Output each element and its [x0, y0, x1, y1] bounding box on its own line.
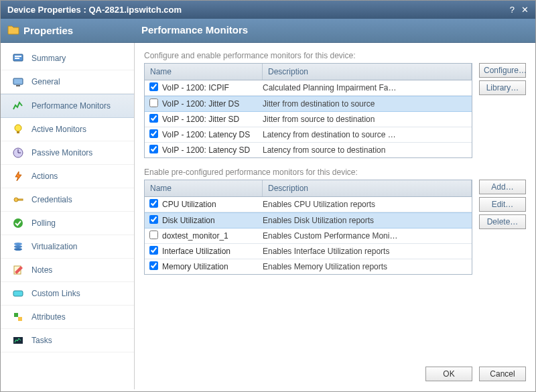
row-name: VoIP - 1200: Latency SD [162, 145, 263, 155]
row-checkbox[interactable] [149, 231, 158, 239]
row-description: Enables Interface Utilization reports [263, 247, 472, 256]
sidebar-item-actions[interactable]: Actions [1, 165, 134, 188]
table2-body[interactable]: CPU UtilizationEnables CPU Utilization r… [145, 197, 472, 274]
clock-icon [11, 146, 25, 159]
sidebar-item-virtualization[interactable]: Virtualization [1, 235, 134, 259]
col-name[interactable]: Name [145, 180, 263, 196]
row-checkbox[interactable] [149, 99, 158, 107]
table-row[interactable]: VoIP - 1200: Latency SDLatency from sour… [145, 143, 472, 157]
row-name: Interface Utilization [162, 247, 263, 256]
svg-rect-11 [18, 199, 23, 200]
sidebar-item-credentials[interactable]: Credentials [1, 188, 134, 212]
col-description[interactable]: Description [263, 180, 472, 196]
sidebar-item-polling[interactable]: Polling [1, 212, 134, 235]
svg-point-5 [15, 125, 21, 131]
table-row[interactable]: doxtest_monitor_1Enables Custom Performa… [145, 228, 472, 244]
add-button[interactable]: Add… [479, 180, 526, 194]
row-checkbox[interactable] [149, 145, 158, 153]
tasks-icon [11, 334, 25, 347]
svg-point-12 [13, 218, 23, 228]
sidebar-item-tasks[interactable]: Tasks [1, 329, 134, 352]
subheader: Properties Performance Monitors [1, 19, 535, 43]
svg-rect-6 [17, 131, 19, 133]
subheader-right-label: Performance Monitors [135, 19, 255, 42]
notes-icon [11, 263, 25, 277]
ok-button[interactable]: OK [425, 367, 472, 381]
row-checkbox[interactable] [149, 82, 158, 91]
row-name: Disk Utilization [162, 216, 263, 225]
row-description: Enables Custom Performance Moni… [263, 231, 472, 241]
row-description: Enables CPU Utilization reports [263, 200, 472, 209]
edit-button[interactable]: Edit… [479, 197, 526, 212]
svg-point-10 [14, 198, 18, 202]
attributes-icon [11, 310, 25, 324]
row-checkbox[interactable] [149, 199, 158, 208]
table-row[interactable]: Disk UtilizationEnables Disk Utilization… [145, 212, 472, 228]
table1: Name Description VoIP - 1200: ICPIFCalcu… [144, 63, 472, 158]
window-title: Device Properties : QA-2821.ipswitch.com [7, 5, 182, 15]
sidebar-item-performance-monitors[interactable]: Performance Monitors [1, 94, 134, 118]
sidebar-item-label: Credentials [31, 195, 72, 204]
dialog-footer: OK Cancel [425, 367, 526, 381]
sidebar-item-notes[interactable]: Notes [1, 259, 134, 282]
table-row[interactable]: VoIP - 1200: Latency DSLatency from dest… [145, 127, 472, 143]
svg-rect-17 [13, 291, 23, 296]
link-icon [11, 287, 25, 300]
col-name[interactable]: Name [145, 64, 263, 80]
sidebar-item-label: Polling [31, 218, 56, 228]
section1-label: Configure and enable performance monitor… [144, 51, 526, 60]
library-button[interactable]: Library… [479, 80, 526, 95]
bolt-icon [11, 170, 25, 183]
col-description[interactable]: Description [263, 64, 472, 80]
sidebar-item-label: Passive Monitors [31, 148, 92, 157]
sidebar-item-label: Active Monitors [31, 125, 86, 134]
cancel-button[interactable]: Cancel [479, 367, 526, 381]
sidebar-item-label: General [31, 77, 60, 86]
row-checkbox[interactable] [149, 246, 158, 255]
performance-monitors-icon [11, 99, 25, 113]
general-icon [11, 75, 25, 88]
sidebar-item-label: Summary [31, 54, 66, 63]
main-panel: Configure and enable performance monitor… [135, 43, 535, 389]
sidebar-item-passive-monitors[interactable]: Passive Monitors [1, 141, 134, 165]
sidebar-item-attributes[interactable]: Attributes [1, 306, 134, 329]
table-row[interactable]: VoIP - 1200: Jitter DSJitter from destin… [145, 96, 472, 112]
row-name: VoIP - 1200: Latency DS [162, 130, 263, 139]
table-row[interactable]: CPU UtilizationEnables CPU Utilization r… [145, 197, 472, 212]
sidebar-item-custom-links[interactable]: Custom Links [1, 282, 134, 306]
configure-button[interactable]: Configure… [479, 63, 526, 78]
row-name: doxtest_monitor_1 [162, 231, 263, 241]
table-row[interactable]: VoIP - 1200: Jitter SDJitter from source… [145, 112, 472, 127]
row-description: Latency from destination to source … [263, 130, 472, 139]
row-name: VoIP - 1200: ICPIF [162, 83, 263, 92]
svg-rect-1 [15, 56, 21, 57]
svg-point-15 [14, 248, 22, 251]
sidebar-item-label: Actions [31, 172, 58, 181]
sidebar-item-summary[interactable]: Summary [1, 47, 134, 70]
row-description: Calculated Planning Impairment Fa… [263, 83, 472, 92]
row-description: Jitter from source to destination [263, 115, 472, 124]
svg-point-14 [14, 245, 22, 248]
close-icon[interactable]: ✕ [521, 5, 529, 15]
sidebar-item-label: Tasks [31, 336, 52, 345]
sidebar-item-active-monitors[interactable]: Active Monitors [1, 118, 134, 141]
delete-button[interactable]: Delete… [479, 214, 526, 229]
row-name: CPU Utilization [162, 200, 263, 209]
row-checkbox[interactable] [149, 114, 158, 123]
sidebar-item-general[interactable]: General [1, 70, 134, 94]
sidebar-item-label: Attributes [31, 312, 66, 322]
help-icon[interactable]: ? [510, 5, 515, 15]
table1-header: Name Description [145, 64, 472, 80]
row-checkbox[interactable] [149, 129, 158, 138]
table-row[interactable]: Interface UtilizationEnables Interface U… [145, 244, 472, 259]
table-row[interactable]: VoIP - 1200: ICPIFCalculated Planning Im… [145, 80, 472, 96]
row-checkbox[interactable] [149, 261, 158, 270]
table-row[interactable]: Memory UtilizationEnables Memory Utiliza… [145, 259, 472, 274]
summary-icon [11, 52, 25, 65]
sidebar-item-label: Performance Monitors [31, 101, 111, 111]
table1-body[interactable]: VoIP - 1200: ICPIFCalculated Planning Im… [145, 80, 472, 157]
key-icon [11, 193, 25, 206]
properties-folder-icon [7, 24, 19, 37]
stack-icon [11, 240, 25, 253]
row-checkbox[interactable] [149, 215, 158, 224]
